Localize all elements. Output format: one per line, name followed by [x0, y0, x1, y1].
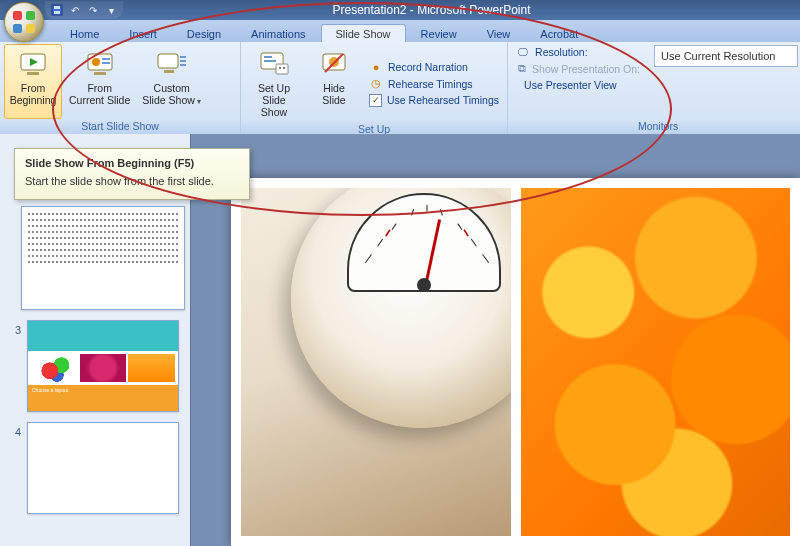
tab-label: Design	[187, 28, 221, 40]
monitor-icon: 🖵	[518, 46, 529, 58]
checkbox-icon: ✓	[369, 94, 382, 107]
slide-number: 4	[11, 422, 21, 438]
quick-access-toolbar: ↶ ↷ ▾	[45, 1, 123, 19]
from-current-slide-button[interactable]: From Current Slide	[64, 44, 135, 119]
title-bar: ↶ ↷ ▾ Presentation2 - Microsoft PowerPoi…	[0, 0, 800, 20]
image-placeholder-scale[interactable]	[241, 188, 511, 536]
tab-label: Acrobat	[540, 28, 578, 40]
rehearse-timings-button[interactable]: ◷ Rehearse Timings	[369, 77, 499, 91]
svg-line-26	[377, 239, 382, 246]
button-label: Set Up Slide Show	[250, 82, 298, 118]
use-presenter-view-checkbox[interactable]: Use Presenter View	[518, 79, 640, 91]
tab-home[interactable]: Home	[55, 24, 114, 42]
tab-slide-show[interactable]: Slide Show	[321, 24, 406, 42]
slide-thumbnail[interactable]	[21, 206, 185, 310]
svg-rect-9	[102, 62, 110, 64]
tab-animations[interactable]: Animations	[236, 24, 320, 42]
svg-line-32	[471, 239, 476, 246]
svg-line-28	[411, 209, 413, 215]
qat-more-icon[interactable]: ▾	[105, 4, 117, 16]
setup-options: ● Record Narration ◷ Rehearse Timings ✓ …	[365, 44, 503, 122]
slide-number	[5, 206, 15, 210]
show-on-label: Show Presentation On:	[532, 63, 640, 75]
resolution-label: Resolution:	[535, 46, 588, 58]
tooltip-title: Slide Show From Beginning (F5)	[25, 157, 239, 169]
tooltip: Slide Show From Beginning (F5) Start the…	[14, 148, 250, 200]
show-presentation-on-row: ⧉ Show Presentation On:	[518, 62, 640, 75]
record-narration-button[interactable]: ● Record Narration	[369, 60, 499, 74]
office-logo-icon	[13, 11, 35, 33]
tab-view[interactable]: View	[472, 24, 526, 42]
svg-rect-19	[276, 64, 288, 74]
group-monitors: 🖵 Resolution: ⧉ Show Presentation On: Us…	[508, 42, 800, 134]
svg-rect-8	[102, 58, 110, 60]
image-placeholder-flowers[interactable]	[521, 188, 791, 536]
from-beginning-button[interactable]: From Beginning	[4, 44, 62, 119]
presenter-label: Use Presenter View	[524, 79, 617, 91]
slide-editor-canvas[interactable]	[191, 134, 800, 546]
svg-line-31	[457, 224, 461, 230]
tab-acrobat[interactable]: Acrobat	[525, 24, 593, 42]
svg-rect-15	[164, 70, 174, 73]
group-label: Monitors	[512, 119, 800, 134]
resolution-value: Use Current Resolution	[661, 50, 775, 62]
use-rehearsed-timings-checkbox[interactable]: ✓ Use Rehearsed Timings	[369, 94, 499, 107]
button-label: From Current Slide	[69, 82, 130, 106]
hide-slide-button[interactable]: Hide Slide	[305, 44, 363, 122]
office-button[interactable]	[4, 2, 44, 42]
ribbon: From Beginning From Current Slide Custom…	[0, 42, 800, 135]
redo-icon[interactable]: ↷	[87, 4, 99, 16]
tab-label: Home	[70, 28, 99, 40]
slide-thumbnail[interactable]	[27, 422, 179, 514]
svg-rect-10	[94, 72, 106, 75]
button-label: Custom Slide Show	[142, 82, 201, 106]
svg-rect-12	[180, 56, 186, 58]
tab-label: Insert	[129, 28, 157, 40]
thumb-slot	[5, 206, 185, 310]
tab-label: View	[487, 28, 511, 40]
option-label: Rehearse Timings	[388, 78, 473, 90]
tab-review[interactable]: Review	[406, 24, 472, 42]
thumb-slot-3: 3 Choose a layout	[11, 320, 179, 412]
svg-point-7	[92, 58, 100, 66]
projector-list-icon	[156, 48, 188, 80]
tab-label: Slide Show	[336, 28, 391, 40]
dual-monitor-icon: ⧉	[518, 62, 526, 75]
set-up-slide-show-button[interactable]: Set Up Slide Show	[245, 44, 303, 122]
svg-line-30	[440, 209, 442, 215]
custom-slide-show-button[interactable]: Custom Slide Show	[137, 44, 206, 119]
thumb-slot-4: 4	[11, 422, 179, 514]
option-label: Record Narration	[388, 61, 468, 73]
svg-line-25	[365, 254, 371, 262]
tab-label: Animations	[251, 28, 305, 40]
resolution-row: 🖵 Resolution:	[518, 46, 640, 58]
button-label: From Beginning	[10, 82, 57, 106]
hide-slide-icon	[318, 48, 350, 80]
option-label: Use Rehearsed Timings	[387, 94, 499, 106]
resolution-dropdown[interactable]: Use Current Resolution	[654, 45, 798, 67]
svg-line-33	[482, 254, 488, 262]
svg-rect-2	[54, 11, 60, 14]
projector-play-icon	[17, 48, 49, 80]
svg-line-27	[392, 224, 396, 230]
window-title: Presentation2 - Microsoft PowerPoint	[123, 3, 800, 17]
tooltip-body: Start the slide show from the first slid…	[25, 175, 239, 187]
slide-number: 3	[11, 320, 21, 336]
projector-current-icon	[84, 48, 116, 80]
svg-rect-14	[180, 64, 186, 66]
setup-icon	[258, 48, 290, 80]
group-label: Start Slide Show	[4, 119, 236, 134]
tab-design[interactable]: Design	[172, 24, 236, 42]
current-slide	[231, 178, 800, 546]
tab-insert[interactable]: Insert	[114, 24, 172, 42]
svg-rect-13	[180, 60, 186, 62]
group-start-slide-show: From Beginning From Current Slide Custom…	[0, 42, 241, 134]
ribbon-tabs: Home Insert Design Animations Slide Show…	[0, 20, 800, 42]
save-icon[interactable]	[51, 4, 63, 16]
microphone-icon: ●	[369, 60, 383, 74]
svg-rect-18	[264, 60, 276, 62]
svg-line-35	[464, 230, 468, 236]
slide-thumbnail[interactable]: Choose a layout	[27, 320, 179, 412]
undo-icon[interactable]: ↶	[69, 4, 81, 16]
svg-rect-5	[27, 72, 39, 75]
